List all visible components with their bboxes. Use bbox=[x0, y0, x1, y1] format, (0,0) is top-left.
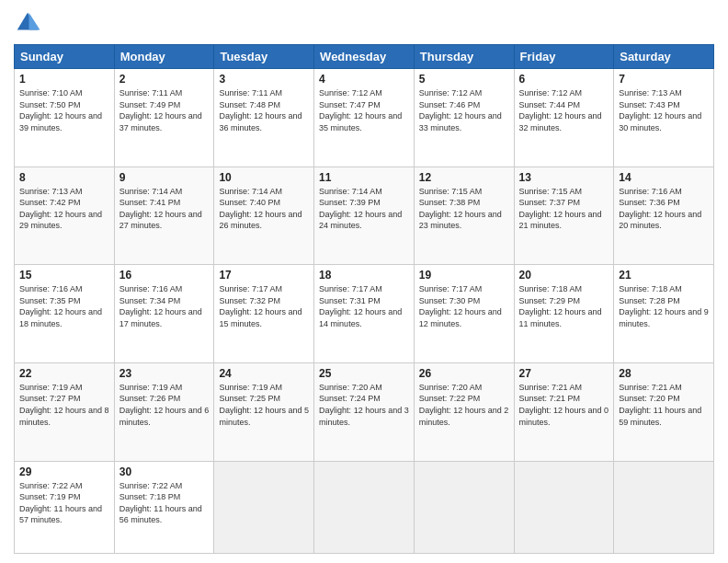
table-row: 16Sunrise: 7:16 AM Sunset: 7:34 PM Dayli… bbox=[114, 265, 214, 363]
logo bbox=[14, 9, 45, 37]
day-number: 8 bbox=[19, 171, 109, 184]
day-content: Sunrise: 7:10 AM Sunset: 7:50 PM Dayligh… bbox=[19, 87, 109, 133]
table-row: 10Sunrise: 7:14 AM Sunset: 7:40 PM Dayli… bbox=[214, 167, 314, 265]
table-row: 11Sunrise: 7:14 AM Sunset: 7:39 PM Dayli… bbox=[314, 167, 415, 265]
day-number: 23 bbox=[119, 367, 210, 380]
day-number: 25 bbox=[319, 367, 409, 380]
day-content: Sunrise: 7:12 AM Sunset: 7:44 PM Dayligh… bbox=[519, 87, 609, 133]
day-number: 16 bbox=[119, 269, 210, 282]
table-row: 30Sunrise: 7:22 AM Sunset: 7:18 PM Dayli… bbox=[114, 461, 214, 554]
day-content: Sunrise: 7:14 AM Sunset: 7:40 PM Dayligh… bbox=[219, 186, 309, 232]
calendar: Sunday Monday Tuesday Wednesday Thursday… bbox=[14, 44, 714, 554]
day-content: Sunrise: 7:13 AM Sunset: 7:43 PM Dayligh… bbox=[619, 87, 709, 133]
table-row: 29Sunrise: 7:22 AM Sunset: 7:19 PM Dayli… bbox=[15, 461, 115, 554]
day-content: Sunrise: 7:16 AM Sunset: 7:35 PM Dayligh… bbox=[19, 283, 109, 329]
day-content: Sunrise: 7:18 AM Sunset: 7:29 PM Dayligh… bbox=[519, 283, 609, 329]
day-number: 4 bbox=[319, 73, 409, 86]
col-monday: Monday bbox=[114, 45, 214, 69]
day-number: 1 bbox=[19, 73, 109, 86]
col-friday: Friday bbox=[514, 45, 614, 69]
header bbox=[14, 9, 714, 37]
day-content: Sunrise: 7:15 AM Sunset: 7:38 PM Dayligh… bbox=[419, 186, 509, 232]
table-row: 28Sunrise: 7:21 AM Sunset: 7:20 PM Dayli… bbox=[614, 362, 714, 461]
day-number: 18 bbox=[319, 269, 409, 282]
table-row bbox=[414, 461, 514, 554]
day-number: 14 bbox=[619, 171, 709, 184]
day-number: 12 bbox=[419, 171, 509, 184]
day-number: 5 bbox=[419, 73, 509, 86]
day-number: 24 bbox=[219, 367, 309, 380]
table-row: 9Sunrise: 7:14 AM Sunset: 7:41 PM Daylig… bbox=[114, 167, 214, 265]
calendar-header: Sunday Monday Tuesday Wednesday Thursday… bbox=[15, 45, 714, 69]
table-row bbox=[614, 461, 714, 554]
day-number: 15 bbox=[19, 269, 109, 282]
col-thursday: Thursday bbox=[414, 45, 514, 69]
calendar-week-row: 29Sunrise: 7:22 AM Sunset: 7:19 PM Dayli… bbox=[15, 461, 714, 554]
day-number: 17 bbox=[219, 269, 309, 282]
day-number: 9 bbox=[119, 171, 210, 184]
table-row: 13Sunrise: 7:15 AM Sunset: 7:37 PM Dayli… bbox=[514, 167, 614, 265]
day-content: Sunrise: 7:17 AM Sunset: 7:31 PM Dayligh… bbox=[319, 283, 409, 329]
table-row: 25Sunrise: 7:20 AM Sunset: 7:24 PM Dayli… bbox=[314, 362, 415, 461]
col-tuesday: Tuesday bbox=[214, 45, 314, 69]
day-content: Sunrise: 7:19 AM Sunset: 7:25 PM Dayligh… bbox=[219, 382, 309, 428]
day-content: Sunrise: 7:16 AM Sunset: 7:34 PM Dayligh… bbox=[119, 283, 210, 329]
table-row: 15Sunrise: 7:16 AM Sunset: 7:35 PM Dayli… bbox=[15, 265, 115, 363]
day-content: Sunrise: 7:12 AM Sunset: 7:47 PM Dayligh… bbox=[319, 87, 409, 133]
table-row: 2Sunrise: 7:11 AM Sunset: 7:49 PM Daylig… bbox=[114, 69, 214, 167]
day-content: Sunrise: 7:22 AM Sunset: 7:18 PM Dayligh… bbox=[119, 480, 210, 526]
day-content: Sunrise: 7:15 AM Sunset: 7:37 PM Dayligh… bbox=[519, 186, 609, 232]
day-number: 29 bbox=[19, 465, 109, 478]
table-row: 8Sunrise: 7:13 AM Sunset: 7:42 PM Daylig… bbox=[15, 167, 115, 265]
day-number: 30 bbox=[119, 465, 210, 478]
day-number: 28 bbox=[619, 367, 709, 380]
table-row bbox=[214, 461, 314, 554]
table-row: 20Sunrise: 7:18 AM Sunset: 7:29 PM Dayli… bbox=[514, 265, 614, 363]
day-content: Sunrise: 7:19 AM Sunset: 7:27 PM Dayligh… bbox=[19, 382, 109, 428]
day-number: 22 bbox=[19, 367, 109, 380]
table-row: 4Sunrise: 7:12 AM Sunset: 7:47 PM Daylig… bbox=[314, 69, 415, 167]
day-number: 20 bbox=[519, 269, 609, 282]
header-row: Sunday Monday Tuesday Wednesday Thursday… bbox=[15, 45, 714, 69]
table-row: 21Sunrise: 7:18 AM Sunset: 7:28 PM Dayli… bbox=[614, 265, 714, 363]
table-row: 12Sunrise: 7:15 AM Sunset: 7:38 PM Dayli… bbox=[414, 167, 514, 265]
day-number: 13 bbox=[519, 171, 609, 184]
day-content: Sunrise: 7:12 AM Sunset: 7:46 PM Dayligh… bbox=[419, 87, 509, 133]
day-number: 3 bbox=[219, 73, 309, 86]
table-row: 19Sunrise: 7:17 AM Sunset: 7:30 PM Dayli… bbox=[414, 265, 514, 363]
day-content: Sunrise: 7:11 AM Sunset: 7:48 PM Dayligh… bbox=[219, 87, 309, 133]
calendar-week-row: 22Sunrise: 7:19 AM Sunset: 7:27 PM Dayli… bbox=[15, 362, 714, 461]
table-row: 7Sunrise: 7:13 AM Sunset: 7:43 PM Daylig… bbox=[614, 69, 714, 167]
calendar-week-row: 15Sunrise: 7:16 AM Sunset: 7:35 PM Dayli… bbox=[15, 265, 714, 363]
day-content: Sunrise: 7:17 AM Sunset: 7:30 PM Dayligh… bbox=[419, 283, 509, 329]
table-row: 27Sunrise: 7:21 AM Sunset: 7:21 PM Dayli… bbox=[514, 362, 614, 461]
day-content: Sunrise: 7:20 AM Sunset: 7:22 PM Dayligh… bbox=[419, 382, 509, 428]
day-number: 27 bbox=[519, 367, 609, 380]
table-row: 3Sunrise: 7:11 AM Sunset: 7:48 PM Daylig… bbox=[214, 69, 314, 167]
day-number: 21 bbox=[619, 269, 709, 282]
day-number: 6 bbox=[519, 73, 609, 86]
table-row: 1Sunrise: 7:10 AM Sunset: 7:50 PM Daylig… bbox=[15, 69, 115, 167]
day-number: 2 bbox=[119, 73, 210, 86]
svg-marker-1 bbox=[29, 13, 40, 30]
day-content: Sunrise: 7:14 AM Sunset: 7:39 PM Dayligh… bbox=[319, 186, 409, 232]
calendar-week-row: 8Sunrise: 7:13 AM Sunset: 7:42 PM Daylig… bbox=[15, 167, 714, 265]
day-number: 7 bbox=[619, 73, 709, 86]
day-content: Sunrise: 7:22 AM Sunset: 7:19 PM Dayligh… bbox=[19, 480, 109, 526]
col-sunday: Sunday bbox=[15, 45, 115, 69]
page: Sunday Monday Tuesday Wednesday Thursday… bbox=[0, 0, 728, 563]
logo-icon bbox=[14, 9, 41, 37]
calendar-body: 1Sunrise: 7:10 AM Sunset: 7:50 PM Daylig… bbox=[15, 69, 714, 554]
day-content: Sunrise: 7:19 AM Sunset: 7:26 PM Dayligh… bbox=[119, 382, 210, 428]
table-row: 6Sunrise: 7:12 AM Sunset: 7:44 PM Daylig… bbox=[514, 69, 614, 167]
day-content: Sunrise: 7:20 AM Sunset: 7:24 PM Dayligh… bbox=[319, 382, 409, 428]
table-row: 23Sunrise: 7:19 AM Sunset: 7:26 PM Dayli… bbox=[114, 362, 214, 461]
day-content: Sunrise: 7:11 AM Sunset: 7:49 PM Dayligh… bbox=[119, 87, 210, 133]
col-wednesday: Wednesday bbox=[314, 45, 415, 69]
day-content: Sunrise: 7:13 AM Sunset: 7:42 PM Dayligh… bbox=[19, 186, 109, 232]
calendar-week-row: 1Sunrise: 7:10 AM Sunset: 7:50 PM Daylig… bbox=[15, 69, 714, 167]
day-content: Sunrise: 7:18 AM Sunset: 7:28 PM Dayligh… bbox=[619, 283, 709, 329]
table-row: 22Sunrise: 7:19 AM Sunset: 7:27 PM Dayli… bbox=[15, 362, 115, 461]
table-row: 24Sunrise: 7:19 AM Sunset: 7:25 PM Dayli… bbox=[214, 362, 314, 461]
table-row: 17Sunrise: 7:17 AM Sunset: 7:32 PM Dayli… bbox=[214, 265, 314, 363]
